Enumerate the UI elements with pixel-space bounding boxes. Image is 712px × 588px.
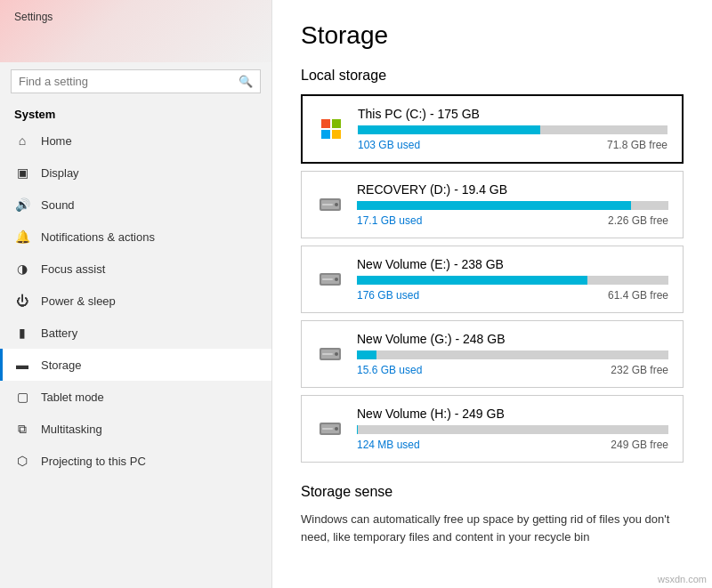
sidebar-item-home[interactable]: ⌂Home bbox=[0, 125, 271, 157]
storage-icon: ▬ bbox=[14, 357, 30, 373]
main-content: Storage Local storage This PC (C:) - 175… bbox=[272, 0, 712, 588]
drive-stats-c: 103 GB used71.8 GB free bbox=[358, 139, 668, 151]
display-icon: ▣ bbox=[14, 165, 30, 181]
sidebar-item-label-storage: Storage bbox=[41, 358, 82, 372]
drive-progress-bg-g bbox=[357, 350, 668, 359]
local-storage-heading: Local storage bbox=[301, 68, 684, 84]
drive-stats-h: 124 MB used249 GB free bbox=[357, 439, 668, 451]
svg-point-6 bbox=[335, 278, 338, 281]
sidebar-item-tablet[interactable]: ▢Tablet mode bbox=[0, 381, 271, 413]
svg-point-2 bbox=[335, 203, 338, 206]
sidebar-item-label-display: Display bbox=[41, 166, 79, 180]
svg-rect-11 bbox=[322, 353, 333, 355]
battery-icon: ▮ bbox=[14, 325, 30, 341]
sidebar: Settings 🔍 System ⌂Home▣Display🔊Sound🔔No… bbox=[0, 0, 272, 588]
sidebar-item-label-power: Power & sleep bbox=[41, 294, 116, 308]
drive-info-g: New Volume (G:) - 248 GB15.6 GB used232 … bbox=[357, 332, 668, 376]
drive-card-g[interactable]: New Volume (G:) - 248 GB15.6 GB used232 … bbox=[301, 320, 684, 388]
drive-progress-bg-c bbox=[358, 125, 668, 134]
watermark: wsxdn.com bbox=[658, 574, 707, 584]
drive-used-g: 15.6 GB used bbox=[357, 364, 422, 376]
drive-free-c: 71.8 GB free bbox=[607, 139, 668, 151]
drive-card-d[interactable]: RECOVERY (D:) - 19.4 GB17.1 GB used2.26 … bbox=[301, 171, 684, 238]
drive-progress-bg-e bbox=[357, 276, 668, 285]
drive-free-h: 249 GB free bbox=[611, 439, 668, 451]
drive-icon-h bbox=[316, 415, 344, 443]
drive-card-e[interactable]: New Volume (E:) - 238 GB176 GB used61.4 … bbox=[301, 246, 684, 313]
drive-card-c[interactable]: This PC (C:) - 175 GB103 GB used71.8 GB … bbox=[301, 94, 684, 164]
drives-container: This PC (C:) - 175 GB103 GB used71.8 GB … bbox=[301, 94, 684, 463]
search-box[interactable]: 🔍 bbox=[11, 69, 261, 93]
drive-progress-fill-d bbox=[357, 201, 631, 210]
svg-point-14 bbox=[335, 427, 338, 431]
storage-sense-desc: Windows can automatically free up space … bbox=[301, 511, 684, 545]
sidebar-item-label-projecting: Projecting to this PC bbox=[41, 455, 146, 468]
drive-stats-g: 15.6 GB used232 GB free bbox=[357, 364, 668, 376]
storage-sense-title: Storage sense bbox=[301, 484, 684, 500]
projecting-icon: ⬡ bbox=[14, 453, 30, 469]
drive-used-e: 176 GB used bbox=[357, 289, 419, 302]
notifications-icon: 🔔 bbox=[14, 229, 30, 245]
multitasking-icon: ⧉ bbox=[14, 421, 30, 437]
sidebar-item-label-focus: Focus assist bbox=[41, 262, 105, 276]
drive-info-c: This PC (C:) - 175 GB103 GB used71.8 GB … bbox=[358, 107, 668, 151]
sidebar-item-multitasking[interactable]: ⧉Multitasking bbox=[0, 413, 271, 445]
drive-icon-e bbox=[316, 265, 344, 294]
sidebar-nav: ⌂Home▣Display🔊Sound🔔Notifications & acti… bbox=[0, 125, 271, 588]
power-icon: ⏻ bbox=[14, 293, 30, 309]
sidebar-item-label-home: Home bbox=[41, 134, 72, 148]
drive-icon-d bbox=[316, 190, 344, 219]
drive-stats-d: 17.1 GB used2.26 GB free bbox=[357, 214, 668, 227]
drive-progress-bg-h bbox=[357, 425, 668, 434]
sidebar-section-title: System bbox=[0, 101, 271, 125]
drive-info-e: New Volume (E:) - 238 GB176 GB used61.4 … bbox=[357, 257, 668, 302]
drive-progress-fill-e bbox=[357, 276, 587, 285]
sidebar-item-label-battery: Battery bbox=[41, 326, 77, 340]
sidebar-item-storage[interactable]: ▬Storage bbox=[0, 349, 271, 381]
sidebar-item-power[interactable]: ⏻Power & sleep bbox=[0, 285, 271, 317]
drive-name-c: This PC (C:) - 175 GB bbox=[358, 107, 668, 121]
svg-rect-15 bbox=[322, 428, 333, 430]
search-input[interactable] bbox=[19, 75, 239, 88]
search-icon: 🔍 bbox=[239, 75, 253, 88]
sidebar-item-battery[interactable]: ▮Battery bbox=[0, 317, 271, 349]
drive-progress-fill-g bbox=[357, 350, 376, 359]
drive-free-e: 61.4 GB free bbox=[608, 289, 668, 302]
focus-icon: ◑ bbox=[14, 261, 30, 277]
sidebar-item-label-multitasking: Multitasking bbox=[41, 423, 102, 436]
svg-rect-3 bbox=[322, 204, 333, 205]
drive-free-d: 2.26 GB free bbox=[608, 214, 668, 227]
drive-name-g: New Volume (G:) - 248 GB bbox=[357, 332, 668, 346]
storage-sense-section: Storage sense Windows can automatically … bbox=[301, 484, 684, 545]
sound-icon: 🔊 bbox=[14, 197, 30, 213]
sidebar-item-projecting[interactable]: ⬡Projecting to this PC bbox=[0, 445, 271, 477]
drive-icon-c bbox=[317, 115, 345, 143]
sidebar-item-label-notifications: Notifications & actions bbox=[41, 230, 155, 244]
sidebar-header: Settings bbox=[0, 0, 271, 62]
page-title: Storage bbox=[301, 21, 684, 50]
app-title: Settings bbox=[14, 11, 53, 23]
drive-name-e: New Volume (E:) - 238 GB bbox=[357, 257, 668, 271]
drive-used-d: 17.1 GB used bbox=[357, 214, 422, 227]
drive-progress-fill-c bbox=[358, 125, 540, 134]
drive-card-h[interactable]: New Volume (H:) - 249 GB124 MB used249 G… bbox=[301, 395, 684, 463]
sidebar-item-label-sound: Sound bbox=[41, 198, 75, 212]
drive-free-g: 232 GB free bbox=[611, 364, 668, 376]
sidebar-item-label-tablet: Tablet mode bbox=[41, 391, 104, 404]
sidebar-item-focus[interactable]: ◑Focus assist bbox=[0, 253, 271, 285]
drive-info-d: RECOVERY (D:) - 19.4 GB17.1 GB used2.26 … bbox=[357, 182, 668, 227]
drive-progress-bg-d bbox=[357, 201, 668, 210]
drive-icon-g bbox=[316, 340, 344, 368]
sidebar-item-display[interactable]: ▣Display bbox=[0, 157, 271, 189]
home-icon: ⌂ bbox=[14, 133, 30, 149]
drive-info-h: New Volume (H:) - 249 GB124 MB used249 G… bbox=[357, 407, 668, 451]
drive-name-h: New Volume (H:) - 249 GB bbox=[357, 407, 668, 421]
drive-used-c: 103 GB used bbox=[358, 139, 420, 151]
svg-point-10 bbox=[335, 352, 338, 356]
sidebar-item-notifications[interactable]: 🔔Notifications & actions bbox=[0, 221, 271, 253]
sidebar-item-sound[interactable]: 🔊Sound bbox=[0, 189, 271, 221]
drive-used-h: 124 MB used bbox=[357, 439, 420, 451]
drive-stats-e: 176 GB used61.4 GB free bbox=[357, 289, 668, 302]
svg-rect-7 bbox=[322, 278, 333, 280]
tablet-icon: ▢ bbox=[14, 389, 30, 405]
